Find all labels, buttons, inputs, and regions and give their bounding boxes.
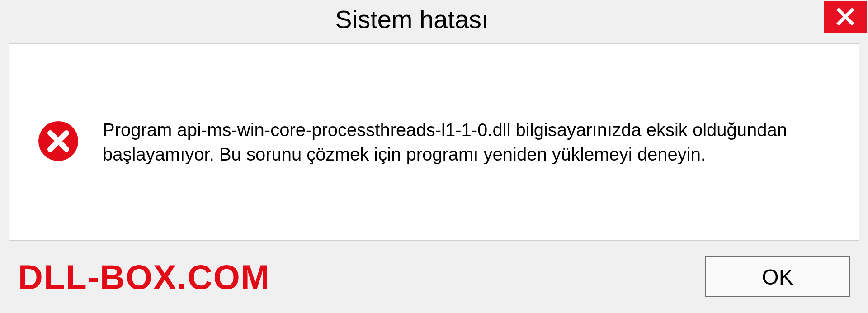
dialog-footer: DLL-BOX.COM OK <box>0 241 868 313</box>
dialog-message: Program api-ms-win-core-processthreads-l… <box>103 118 831 166</box>
dialog-title: Sistem hatası <box>0 0 824 34</box>
titlebar: Sistem hatası <box>0 0 868 40</box>
close-icon <box>835 7 855 27</box>
error-icon <box>37 119 80 165</box>
close-button[interactable] <box>824 1 867 33</box>
dialog-content: Program api-ms-win-core-processthreads-l… <box>9 43 859 241</box>
ok-button[interactable]: OK <box>705 256 850 297</box>
brand-watermark: DLL-BOX.COM <box>18 257 270 297</box>
